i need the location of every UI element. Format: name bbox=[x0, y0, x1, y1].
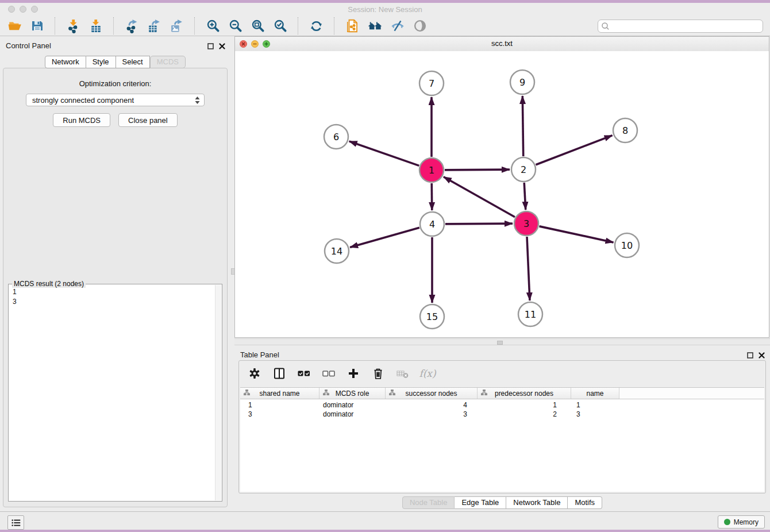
tab-node-table[interactable]: Node Table bbox=[402, 496, 455, 509]
application-window: Session: New Session bbox=[0, 0, 770, 532]
open-session-icon[interactable] bbox=[7, 18, 22, 34]
edge-4-14[interactable] bbox=[350, 228, 419, 247]
edge-1-2[interactable] bbox=[445, 169, 510, 170]
result-scrollbar[interactable] bbox=[215, 285, 221, 500]
zoom-in-icon[interactable] bbox=[205, 18, 221, 34]
node-11[interactable]: 11 bbox=[518, 302, 542, 326]
column-header-shared-name[interactable]: shared name bbox=[240, 388, 319, 399]
new-network-from-selection-icon[interactable] bbox=[345, 18, 360, 34]
save-session-icon[interactable] bbox=[29, 18, 45, 34]
minimize-network-button[interactable] bbox=[251, 40, 259, 48]
vertical-splitter[interactable] bbox=[230, 36, 234, 511]
node-label: 14 bbox=[331, 246, 342, 257]
tab-mcds[interactable]: MCDS bbox=[150, 56, 186, 68]
column-header-label: name bbox=[586, 390, 603, 398]
close-panel-button[interactable]: Close panel bbox=[118, 113, 178, 127]
network-canvas[interactable]: 7968124314101511 bbox=[235, 51, 769, 337]
table-row[interactable]: 3dominator323 bbox=[240, 410, 764, 419]
node-table: shared nameMCDS rolesuccessor nodesprede… bbox=[240, 387, 764, 492]
close-network-button[interactable] bbox=[240, 40, 247, 48]
zoom-network-button[interactable] bbox=[263, 40, 270, 48]
tab-network-table[interactable]: Network Table bbox=[506, 496, 568, 509]
node-label: 11 bbox=[525, 309, 536, 320]
delete-table-icon bbox=[395, 366, 410, 381]
node-2[interactable]: 2 bbox=[511, 157, 536, 182]
result-line: 1 bbox=[13, 287, 211, 297]
node-8[interactable]: 8 bbox=[613, 118, 637, 142]
desktop-edge-top bbox=[0, 0, 770, 3]
float-panel-icon[interactable] bbox=[207, 41, 214, 52]
edge-2-9[interactable] bbox=[522, 96, 523, 156]
toolbar-separator bbox=[113, 17, 114, 34]
column-header-predecessor-nodes[interactable]: predecessor nodes bbox=[478, 388, 571, 399]
network-graph[interactable]: 7968124314101511 bbox=[235, 51, 769, 337]
add-column-icon[interactable] bbox=[346, 366, 361, 381]
tab-network[interactable]: Network bbox=[45, 56, 86, 68]
node-label: 1 bbox=[429, 165, 434, 176]
table-row[interactable]: 1dominator411 bbox=[240, 401, 764, 410]
tab-edge-table[interactable]: Edge Table bbox=[455, 496, 506, 509]
show-all-networks-icon[interactable] bbox=[367, 18, 383, 34]
window-title: Session: New Session bbox=[0, 5, 770, 14]
node-9[interactable]: 9 bbox=[510, 70, 534, 94]
edge-3-10[interactable] bbox=[539, 226, 613, 242]
node-3[interactable]: 3 bbox=[514, 211, 538, 236]
close-panel-icon[interactable] bbox=[219, 41, 225, 52]
memory-button[interactable]: Memory bbox=[718, 515, 765, 529]
settings-icon[interactable] bbox=[247, 366, 262, 381]
edge-3-11[interactable] bbox=[527, 237, 530, 300]
node-6[interactable]: 6 bbox=[324, 125, 348, 149]
zoom-fit-icon[interactable] bbox=[250, 18, 265, 34]
horizontal-splitter[interactable] bbox=[234, 338, 770, 345]
network-window-titlebar[interactable]: scc.txt bbox=[235, 37, 769, 52]
table-panel-tabs: Node TableEdge TableNetwork TableMotifs bbox=[234, 496, 770, 509]
edge-3-1[interactable] bbox=[444, 177, 515, 217]
network-window: scc.txt 7968124314101511 bbox=[234, 36, 769, 338]
export-network-icon[interactable] bbox=[124, 18, 140, 34]
edge-1-4[interactable] bbox=[432, 183, 432, 210]
search-input[interactable] bbox=[598, 20, 763, 33]
splitter-handle[interactable] bbox=[497, 341, 503, 345]
delete-column-icon[interactable] bbox=[371, 366, 386, 381]
toolbar-search bbox=[598, 20, 763, 33]
node-15[interactable]: 15 bbox=[420, 304, 444, 329]
hide-selected-icon[interactable] bbox=[390, 18, 405, 34]
criterion-dropdown[interactable]: strongly connected component bbox=[26, 94, 205, 106]
zoom-out-icon[interactable] bbox=[228, 18, 243, 34]
edge-2-3[interactable] bbox=[524, 183, 526, 210]
zoom-selected-icon[interactable] bbox=[272, 18, 288, 34]
tab-style[interactable]: Style bbox=[86, 56, 116, 68]
split-columns-icon[interactable] bbox=[272, 366, 287, 381]
table-header-row: shared nameMCDS rolesuccessor nodesprede… bbox=[240, 387, 764, 399]
node-10[interactable]: 10 bbox=[615, 233, 639, 257]
edge-4-3[interactable] bbox=[445, 223, 513, 224]
deselect-all-checkboxes-icon[interactable] bbox=[321, 366, 336, 381]
table-cell: 1 bbox=[571, 401, 619, 410]
column-header-name[interactable]: name bbox=[571, 388, 619, 399]
import-table-icon[interactable] bbox=[88, 18, 103, 34]
main-titlebar[interactable]: Session: New Session bbox=[0, 3, 770, 16]
export-table-icon[interactable] bbox=[147, 18, 162, 34]
float-panel-icon[interactable] bbox=[747, 350, 753, 361]
table-panel: Table Panel bbox=[234, 345, 770, 511]
node-14[interactable]: 14 bbox=[325, 239, 349, 263]
tab-select[interactable]: Select bbox=[116, 56, 150, 68]
table-cell: 4 bbox=[386, 401, 478, 410]
close-panel-icon[interactable] bbox=[759, 350, 765, 361]
node-4[interactable]: 4 bbox=[420, 212, 444, 236]
node-1[interactable]: 1 bbox=[419, 158, 444, 182]
show-selected-icon[interactable] bbox=[412, 18, 428, 34]
node-7[interactable]: 7 bbox=[419, 71, 444, 95]
column-header-successor-nodes[interactable]: successor nodes bbox=[386, 388, 478, 399]
task-history-button[interactable] bbox=[7, 515, 24, 530]
tab-motifs[interactable]: Motifs bbox=[568, 496, 602, 509]
edge-2-8[interactable] bbox=[536, 136, 612, 165]
import-network-icon[interactable] bbox=[66, 18, 81, 34]
refresh-icon[interactable] bbox=[309, 18, 324, 34]
table-cell: 3 bbox=[571, 410, 619, 419]
column-header-MCDS-role[interactable]: MCDS role bbox=[319, 388, 386, 399]
edge-1-6[interactable] bbox=[349, 141, 419, 165]
select-all-checkboxes-icon[interactable] bbox=[297, 366, 311, 381]
export-image-icon[interactable] bbox=[169, 18, 184, 34]
run-mcds-button[interactable]: Run MCDS bbox=[53, 113, 110, 127]
